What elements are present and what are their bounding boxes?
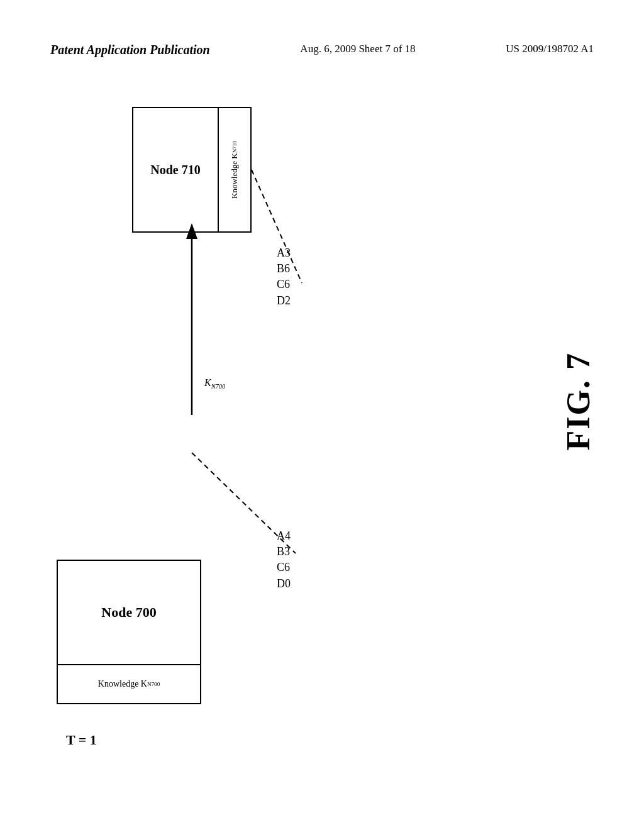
lower-value-4: D0 <box>277 576 291 592</box>
upper-values: A3 B6 C6 D2 <box>277 245 291 309</box>
lower-value-1: A4 <box>277 528 291 544</box>
node-710-title: Node 710 <box>133 108 219 231</box>
node-710-knowledge: Knowledge KN710 <box>219 108 250 231</box>
diagram-area: Node 710 Knowledge KN710 KN700 A3 B6 C6 … <box>57 107 447 704</box>
node-700-knowledge: Knowledge KN700 <box>58 665 200 703</box>
k-n700-label: KN700 <box>204 377 225 390</box>
upper-value-4: D2 <box>277 293 291 309</box>
node-710-box: Node 710 Knowledge KN710 <box>132 107 252 233</box>
node-700-box: Node 700 Knowledge KN700 <box>57 560 201 704</box>
upper-value-2: B6 <box>277 261 291 277</box>
lower-values: A4 B3 C6 D0 <box>277 528 291 592</box>
patent-number-label: US 2009/198702 A1 <box>506 43 594 57</box>
figure-label: FIG. 7 <box>560 352 597 450</box>
lower-value-2: B3 <box>277 544 291 560</box>
lower-value-3: C6 <box>277 560 291 575</box>
node-700-title: Node 700 <box>58 561 200 665</box>
publication-label: Patent Application Publication <box>50 43 210 57</box>
upper-value-3: C6 <box>277 277 291 292</box>
t-equals-label: T = 1 <box>66 732 97 748</box>
date-sheet-label: Aug. 6, 2009 Sheet 7 of 18 <box>300 43 415 57</box>
page-header: Patent Application Publication Aug. 6, 2… <box>0 43 644 57</box>
upper-value-1: A3 <box>277 245 291 261</box>
